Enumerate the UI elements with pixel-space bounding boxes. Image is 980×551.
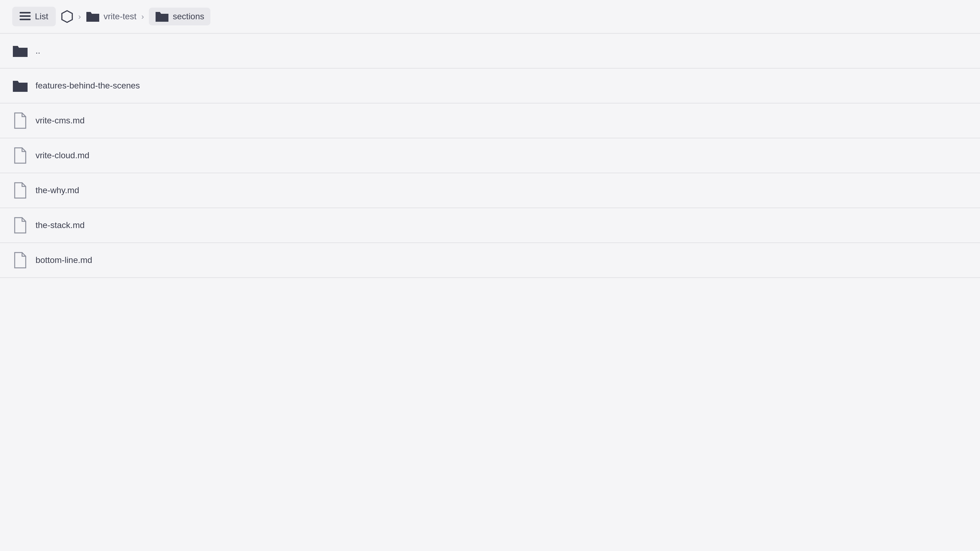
file-svg [13, 147, 27, 164]
file-list: .. features-behind-the-scenes vrite-cms.… [0, 34, 980, 296]
breadcrumb-vrite-test[interactable]: vrite-test [86, 11, 136, 22]
list-item[interactable]: .. [0, 34, 980, 68]
hexagon-icon [60, 10, 73, 23]
breadcrumb-sections-label: sections [173, 12, 204, 21]
breadcrumb: › vrite-test › sections [60, 8, 210, 25]
svg-rect-2 [20, 19, 30, 20]
folder-svg [12, 79, 28, 92]
file-name-features: features-behind-the-scenes [35, 81, 140, 91]
file-name-bottom-line: bottom-line.md [35, 255, 92, 265]
file-icon-bottom-line [12, 252, 28, 268]
svg-rect-1 [20, 15, 30, 17]
folder-icon [86, 11, 100, 22]
list-button-label: List [35, 12, 48, 21]
breadcrumb-sections[interactable]: sections [149, 8, 210, 25]
file-name-the-why: the-why.md [35, 186, 79, 195]
list-item[interactable]: the-stack.md [0, 208, 980, 243]
file-icon-vrite-cloud [12, 148, 28, 164]
file-name-the-stack: the-stack.md [35, 221, 84, 230]
folder-icon-parent [12, 43, 28, 59]
empty-row [0, 278, 980, 296]
file-name-vrite-cms: vrite-cms.md [35, 116, 84, 125]
svg-rect-0 [20, 12, 30, 13]
list-item[interactable]: the-why.md [0, 173, 980, 208]
separator-2: › [142, 12, 144, 21]
file-svg [13, 182, 27, 198]
file-browser: List › vrite-test › [0, 0, 980, 551]
file-name-parent: .. [35, 46, 40, 56]
list-item[interactable]: vrite-cms.md [0, 103, 980, 138]
list-icon [20, 11, 30, 22]
folder-icon-features [12, 78, 28, 94]
list-item[interactable]: features-behind-the-scenes [0, 68, 980, 103]
file-icon-the-why [12, 183, 28, 198]
file-svg [13, 112, 27, 129]
toolbar: List › vrite-test › [0, 0, 980, 34]
file-name-vrite-cloud: vrite-cloud.md [35, 151, 89, 160]
svg-marker-3 [62, 11, 72, 22]
file-svg [13, 252, 27, 268]
separator-1: › [78, 12, 81, 21]
breadcrumb-root-icon[interactable] [60, 10, 73, 23]
list-item[interactable]: vrite-cloud.md [0, 138, 980, 173]
folder-icon-active [155, 11, 169, 22]
folder-svg [12, 44, 28, 57]
file-icon-the-stack [12, 218, 28, 233]
file-icon-vrite-cms [12, 113, 28, 129]
file-svg [13, 217, 27, 233]
list-item[interactable]: bottom-line.md [0, 243, 980, 278]
breadcrumb-vrite-test-label: vrite-test [103, 12, 136, 21]
list-view-button[interactable]: List [12, 7, 56, 26]
